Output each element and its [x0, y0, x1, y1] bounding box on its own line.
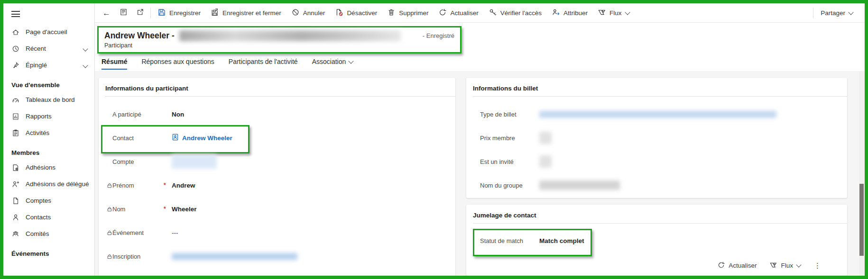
- more-commands-icon[interactable]: ⋮: [814, 261, 821, 270]
- field-label: Contact: [112, 135, 164, 142]
- form-icon: [120, 9, 127, 17]
- sidebar-item-accounts[interactable]: Comptes: [3, 192, 94, 209]
- redacted-value: [539, 155, 552, 168]
- section-title: Informations du participant: [99, 78, 455, 96]
- required-marker: *: [164, 182, 172, 189]
- record-entity-type: Participant: [104, 42, 454, 49]
- save-close-icon: [211, 9, 219, 18]
- cancel-button[interactable]: Annuler: [286, 5, 331, 21]
- flow-button[interactable]: Flux: [593, 5, 635, 21]
- subgrid-command-bar: Actualiser Flux ⋮: [718, 261, 821, 270]
- subgrid-refresh-label: Actualiser: [729, 262, 757, 269]
- form-selector-button[interactable]: [115, 5, 132, 21]
- section-title: Jumelage de contact: [466, 205, 847, 223]
- refresh-icon: [439, 9, 446, 18]
- sidebar-item-pinned[interactable]: Épinglé: [3, 57, 94, 73]
- sidebar-item-committees[interactable]: Comités: [3, 225, 94, 242]
- contact-lookup-link[interactable]: Andrew Wheeler: [172, 134, 232, 142]
- sidebar: Page d'accueil Récent Épinglé Vue d'ense…: [3, 3, 95, 276]
- save-icon: [158, 9, 166, 18]
- flow-icon: [770, 261, 777, 270]
- tab-reponses[interactable]: Réponses aux questions: [141, 58, 214, 69]
- open-in-new-window-icon: [137, 9, 144, 17]
- deactivate-button[interactable]: Désactiver: [330, 5, 382, 21]
- flow-button-label: Flux: [609, 9, 622, 17]
- field-label: Est un invité: [480, 158, 531, 165]
- app-window: Page d'accueil Récent Épinglé Vue d'ense…: [0, 0, 868, 279]
- home-icon: [11, 28, 19, 36]
- tab-association[interactable]: Association: [312, 58, 353, 69]
- sidebar-item-recent[interactable]: Récent: [3, 40, 94, 57]
- sidebar-item-dashboards[interactable]: Tableaux de bord: [3, 91, 94, 108]
- sidebar-item-delegate-memberships[interactable]: Adhésions de délégué: [3, 176, 94, 192]
- redacted-value: [172, 154, 217, 169]
- main-area: ← Enregistrer Enregistrer et fermer Annu…: [95, 3, 865, 276]
- save-button-label: Enregistrer: [169, 9, 201, 17]
- page-icon: [11, 197, 19, 205]
- sidebar-item-activities[interactable]: Activités: [3, 125, 94, 141]
- back-button[interactable]: ←: [98, 5, 115, 21]
- record-title: Andrew Wheeler -: [104, 31, 175, 41]
- field-value[interactable]: Andrew: [172, 182, 195, 189]
- record-header-annotation-box: Andrew Wheeler - - Enregistré Participan…: [97, 26, 462, 54]
- report-icon: [11, 112, 19, 120]
- check-access-button-label: Vérifier l'accès: [500, 9, 542, 17]
- field-prenom: Prénom * Andrew: [99, 173, 455, 197]
- chevron-down-icon[interactable]: [83, 62, 87, 69]
- form-tabs: Résumé Réponses aux questions Participan…: [95, 54, 865, 71]
- toolbar-divider: [813, 8, 813, 18]
- people-group-icon: [11, 230, 19, 238]
- tab-resume[interactable]: Résumé: [102, 58, 127, 70]
- sidebar-item-home[interactable]: Page d'accueil: [3, 24, 94, 40]
- assign-button-label: Attribuer: [563, 9, 588, 17]
- sidebar-item-label: Rapports: [26, 113, 52, 120]
- command-bar: ← Enregistrer Enregistrer et fermer Annu…: [95, 3, 865, 23]
- check-access-button[interactable]: Vérifier l'accès: [484, 5, 547, 21]
- field-label: Nom: [112, 206, 164, 213]
- refresh-icon: [718, 261, 725, 270]
- field-value[interactable]: Wheeler: [172, 206, 197, 213]
- sidebar-item-memberships[interactable]: Adhésions: [3, 159, 94, 176]
- chevron-down-icon: [349, 58, 354, 63]
- sidebar-item-label: Adhésions: [26, 164, 55, 171]
- scrollbar-thumb[interactable]: [859, 184, 864, 256]
- hamburger-menu-icon[interactable]: [11, 11, 20, 17]
- share-button[interactable]: Partager: [815, 5, 858, 21]
- refresh-button[interactable]: Actualiser: [434, 5, 483, 21]
- form-body: Informations du participant A participé …: [95, 71, 865, 276]
- assign-button[interactable]: Attribuer: [547, 5, 593, 21]
- field-evenement: Événement ---: [99, 221, 455, 244]
- delete-button[interactable]: Supprimer: [382, 5, 434, 21]
- share-button-label: Partager: [821, 9, 845, 17]
- save-and-close-button[interactable]: Enregistrer et fermer: [206, 5, 286, 21]
- tab-label: Participants de l'activité: [229, 58, 298, 65]
- field-label: Événement: [112, 229, 164, 236]
- sidebar-item-contacts[interactable]: Contacts: [3, 209, 94, 225]
- popout-button[interactable]: [132, 5, 148, 21]
- person-icon: [11, 213, 19, 221]
- person-add-icon: [11, 180, 19, 188]
- lock-icon: [107, 230, 112, 236]
- chevron-down-icon[interactable]: [83, 45, 87, 52]
- sidebar-section-members: Membres: [3, 141, 94, 159]
- field-label: Compte: [112, 158, 164, 165]
- sidebar-item-reports[interactable]: Rapports: [3, 108, 94, 125]
- field-label: Type de billet: [480, 111, 531, 118]
- sidebar-item-label: Contacts: [26, 214, 51, 221]
- save-and-close-button-label: Enregistrer et fermer: [222, 9, 281, 17]
- field-value[interactable]: ---: [172, 229, 178, 236]
- subgrid-refresh-button[interactable]: Actualiser: [718, 261, 757, 270]
- vertical-scrollbar[interactable]: [859, 71, 864, 276]
- field-contact: Contact Andrew Wheeler: [99, 126, 455, 150]
- field-value[interactable]: Non: [172, 111, 184, 118]
- tab-label: Association: [312, 58, 346, 65]
- match-status-value[interactable]: Match complet: [539, 237, 584, 244]
- tab-participants-activite[interactable]: Participants de l'activité: [229, 58, 298, 69]
- subgrid-flow-button[interactable]: Flux: [770, 261, 801, 270]
- save-button[interactable]: Enregistrer: [153, 5, 206, 21]
- contact-link-label: Andrew Wheeler: [182, 135, 232, 142]
- sidebar-item-label: Récent: [26, 45, 46, 52]
- lock-icon: [107, 206, 112, 212]
- sidebar-item-label: Adhésions de délégué: [26, 180, 89, 188]
- field-prix-membre: Prix membre: [466, 126, 847, 150]
